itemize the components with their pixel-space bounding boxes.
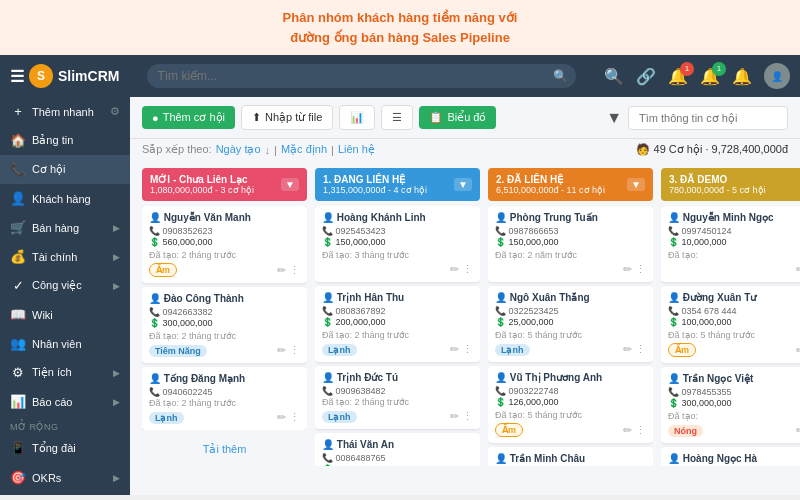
- card-more-btn-1-1[interactable]: ⋮: [289, 264, 300, 277]
- toolbar-right: ▼: [606, 106, 788, 130]
- card-edit-btn-2-3[interactable]: ✏: [450, 410, 459, 423]
- sidebar-staff-label: Nhân viên: [32, 338, 82, 350]
- sidebar-item-customer[interactable]: 👤 Khách hàng: [0, 184, 130, 213]
- card-edit-btn-3-1[interactable]: ✏: [623, 263, 632, 276]
- load-more-1[interactable]: Tải thêm: [142, 435, 307, 464]
- bieuDo-button[interactable]: 📋 Biểu đồ: [419, 106, 496, 129]
- card-more-btn-2-1[interactable]: ⋮: [462, 263, 473, 276]
- search-input[interactable]: [147, 64, 576, 88]
- card-name-1-3: 👤 Tống Đăng Mạnh: [149, 373, 300, 384]
- hamburger-icon[interactable]: ☰: [10, 67, 24, 86]
- col-amount-4: 780,000,000đ - 5 cơ hội: [669, 185, 800, 195]
- notification-icon[interactable]: 🔔 1: [668, 67, 688, 86]
- card-value-4-1: 💲 10,000,000: [668, 237, 800, 247]
- card-tag-4-3[interactable]: Nóng: [668, 425, 703, 437]
- card-tag-2-3[interactable]: Lạnh: [322, 411, 357, 423]
- sidebar-item-okrs[interactable]: 🎯 OKRs ▶: [0, 463, 130, 492]
- col-chevron-3[interactable]: ▼: [627, 178, 645, 191]
- card-more-btn-3-1[interactable]: ⋮: [635, 263, 646, 276]
- search-header-icon[interactable]: 🔍: [604, 67, 624, 86]
- chart-button[interactable]: 📊: [339, 105, 375, 130]
- card-phone-4-1: 📞 0997450124: [668, 226, 800, 236]
- sales-arrow-icon: ▶: [113, 223, 120, 233]
- card-3-3[interactable]: 👤 Vũ Thị Phương Anh 📞 0903222748 💲 126,0…: [488, 366, 653, 443]
- col-title-4: 3. ĐÃ DEMO: [669, 174, 800, 185]
- card-edit-btn-1-3[interactable]: ✏: [277, 411, 286, 424]
- card-4-4[interactable]: 👤 Hoàng Ngọc Hà 📞 0903782533 Đã tạo: 5 t…: [661, 447, 800, 466]
- card-edit-btn-3-3[interactable]: ✏: [623, 424, 632, 437]
- filter-icon[interactable]: ▼: [606, 109, 622, 127]
- sidebar-item-tasks[interactable]: ✓ Công việc ▶: [0, 271, 130, 300]
- card-more-btn-1-3[interactable]: ⋮: [289, 411, 300, 424]
- card-tag-4-2[interactable]: Ấm: [668, 343, 696, 357]
- sidebar-item-dashboard[interactable]: 🏠 Bảng tin: [0, 126, 130, 155]
- card-tag-1-3[interactable]: Lạnh: [149, 412, 184, 424]
- card-2-2[interactable]: 👤 Trịnh Hân Thu 📞 0808367892 💲 200,000,0…: [315, 286, 480, 362]
- list-button[interactable]: ☰: [381, 105, 413, 130]
- card-actions-4-1: ✏ ⋮: [796, 263, 800, 276]
- card-edit-btn-3-2[interactable]: ✏: [623, 343, 632, 356]
- card-name-2-1: 👤 Hoàng Khánh Linh: [322, 212, 473, 223]
- card-1-1[interactable]: 👤 Nguyễn Văn Manh 📞 0908352623 💲 560,000…: [142, 206, 307, 283]
- card-more-btn-3-2[interactable]: ⋮: [635, 343, 646, 356]
- card-tag-3-2[interactable]: Lạnh: [495, 344, 530, 356]
- sidebar-item-staff[interactable]: 👥 Nhân viên: [0, 329, 130, 358]
- sidebar-item-reports[interactable]: 📊 Báo cáo ▶: [0, 387, 130, 416]
- card-more-btn-2-3[interactable]: ⋮: [462, 410, 473, 423]
- card-2-3[interactable]: 👤 Trịnh Đức Tú 📞 0909638482 Đã tạo: 2 th…: [315, 366, 480, 429]
- sidebar-item-finance[interactable]: 💰 Tài chính ▶: [0, 242, 130, 271]
- sort-date[interactable]: Ngày tạo: [216, 143, 261, 156]
- import-button[interactable]: ⬆ Nhập từ file: [241, 105, 333, 130]
- card-tag-1-2[interactable]: Tiêm Năng: [149, 345, 207, 357]
- card-edit-btn-1-2[interactable]: ✏: [277, 344, 286, 357]
- col-chevron-1[interactable]: ▼: [281, 178, 299, 191]
- sidebar-add-settings[interactable]: ⚙: [110, 105, 120, 118]
- card-1-2[interactable]: 👤 Đào Công Thành 📞 0942663382 💲 300,000,…: [142, 287, 307, 363]
- cards-container-3: 👤 Phòng Trung Tuấn 📞 0987866653 💲 150,00…: [488, 206, 653, 466]
- card-footer-1-2: Tiêm Năng ✏ ⋮: [149, 344, 300, 357]
- upload-icon: ⬆: [252, 111, 261, 124]
- sort-default[interactable]: Mặc định: [281, 143, 327, 156]
- card-3-2[interactable]: 👤 Ngô Xuân Thắng 📞 0322523425 💲 25,000,0…: [488, 286, 653, 362]
- card-1-3[interactable]: 👤 Tống Đăng Mạnh 📞 0940602245 Đã tạo: 2 …: [142, 367, 307, 430]
- card-footer-3-2: Lạnh ✏ ⋮: [495, 343, 646, 356]
- bell-icon[interactable]: 🔔: [732, 67, 752, 86]
- avatar[interactable]: 👤: [764, 63, 790, 89]
- sidebar-item-sales[interactable]: 🛒 Bán hàng ▶: [0, 213, 130, 242]
- card-2-1[interactable]: 👤 Hoàng Khánh Linh 📞 0925453423 💲 150,00…: [315, 206, 480, 282]
- card-edit-btn-2-2[interactable]: ✏: [450, 343, 459, 356]
- card-4-3[interactable]: 👤 Trần Ngọc Việt 📞 0978455355 💲 300,000,…: [661, 367, 800, 443]
- share-icon[interactable]: 🔗: [636, 67, 656, 86]
- card-edit-btn-1-1[interactable]: ✏: [277, 264, 286, 277]
- sidebar-item-wiki[interactable]: 📖 Wiki: [0, 300, 130, 329]
- card-edit-btn-4-1[interactable]: ✏: [796, 263, 800, 276]
- sidebar-item-tools[interactable]: ⚙ Tiện ích ▶: [0, 358, 130, 387]
- add-opportunity-button[interactable]: ● Thêm cơ hội: [142, 106, 235, 129]
- opp-search-input[interactable]: [628, 106, 788, 130]
- card-tag-1-1[interactable]: Ấm: [149, 263, 177, 277]
- sort-contact[interactable]: Liên hệ: [338, 143, 375, 156]
- sidebar-item-opportunity[interactable]: 📞 Cơ hội: [0, 155, 130, 184]
- card-more-btn-2-2[interactable]: ⋮: [462, 343, 473, 356]
- card-3-4[interactable]: 👤 Trần Minh Châu 📞 0329582523 💲 40,000,0…: [488, 447, 653, 466]
- sidebar-item-callcenter[interactable]: 📱 Tổng đài: [0, 434, 130, 463]
- card-4-1[interactable]: 👤 Nguyễn Minh Ngọc 📞 0997450124 💲 10,000…: [661, 206, 800, 282]
- card-3-1[interactable]: 👤 Phòng Trung Tuấn 📞 0987866653 💲 150,00…: [488, 206, 653, 282]
- sidebar-item-add[interactable]: + Thêm nhanh ⚙: [0, 97, 130, 126]
- notification2-icon[interactable]: 🔔 1: [700, 67, 720, 86]
- card-footer-3-3: Ấm ✏ ⋮: [495, 423, 646, 437]
- card-more-btn-3-3[interactable]: ⋮: [635, 424, 646, 437]
- col-chevron-2[interactable]: ▼: [454, 178, 472, 191]
- card-edit-btn-4-2[interactable]: ✏: [796, 344, 800, 357]
- card-edit-btn-4-3[interactable]: ✏: [796, 424, 800, 437]
- card-2-4[interactable]: 👤 Thái Văn An 📞 0086488765 💲 600,000,000…: [315, 433, 480, 466]
- card-value-2-2: 💲 200,000,000: [322, 317, 473, 327]
- card-tag-3-3[interactable]: Ấm: [495, 423, 523, 437]
- card-tag-2-2[interactable]: Lạnh: [322, 344, 357, 356]
- search-icon[interactable]: 🔍: [553, 69, 568, 83]
- card-4-2[interactable]: 👤 Đường Xuân Tư 📞 0354 678 444 💲 100,000…: [661, 286, 800, 363]
- card-edit-btn-2-1[interactable]: ✏: [450, 263, 459, 276]
- sort-arrow: ↓: [265, 144, 271, 156]
- card-more-btn-1-2[interactable]: ⋮: [289, 344, 300, 357]
- card-date-2-1: Đã tạo: 3 tháng trước: [322, 250, 473, 260]
